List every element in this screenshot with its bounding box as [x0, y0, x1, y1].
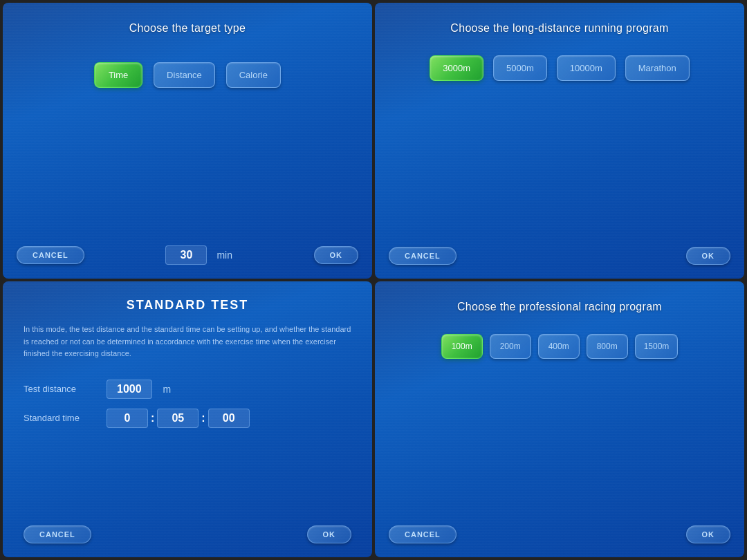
panel3-test-distance-row: Test distance 1000 m — [24, 380, 171, 399]
option-calorie[interactable]: Calorie — [226, 62, 281, 88]
panel2-cancel-button[interactable]: CANCEL — [389, 247, 456, 265]
option-distance[interactable]: Distance — [154, 62, 215, 88]
option-3000m[interactable]: 3000m — [430, 55, 483, 81]
panel4-ok-button[interactable]: OK — [686, 525, 731, 543]
panel3-ok-button[interactable]: OK — [307, 525, 352, 543]
panel4-options: 100m 200m 400m 800m 1500m — [441, 334, 679, 359]
panel1-controls: CANCEL 30 min OK — [17, 232, 358, 265]
panel3-standard-time-row: Standard time 0 : 05 : 00 — [24, 409, 250, 428]
panel3-description: In this mode, the test distance and the … — [24, 324, 351, 360]
panel2-ok-button[interactable]: OK — [686, 247, 731, 265]
panel3-standard-time-label: Standard time — [24, 413, 100, 423]
option-200m[interactable]: 200m — [490, 334, 531, 359]
panel3-time-sep1: : — [151, 412, 154, 424]
panel-standard-test: STANDARD TEST In this mode, the test dis… — [3, 281, 372, 557]
panel2-controls: CANCEL OK — [389, 233, 730, 265]
option-800m[interactable]: 800m — [587, 334, 628, 359]
panel3-time-seconds[interactable]: 00 — [208, 409, 250, 428]
panel3-time-minutes[interactable]: 05 — [157, 409, 199, 428]
panel3-test-distance-label: Test distance — [24, 384, 100, 394]
panel4-cancel-button[interactable]: CANCEL — [389, 525, 456, 543]
panel1-cancel-button[interactable]: CANCEL — [17, 246, 84, 264]
panel3-title: STANDARD TEST — [24, 298, 351, 312]
panel1-value[interactable]: 30 — [165, 245, 207, 265]
panel3-cancel-button[interactable]: CANCEL — [24, 525, 91, 543]
option-400m[interactable]: 400m — [538, 334, 580, 359]
option-5000m[interactable]: 5000m — [493, 55, 547, 81]
option-time[interactable]: Time — [94, 62, 142, 88]
option-1500m[interactable]: 1500m — [635, 334, 679, 359]
panel3-controls: CANCEL OK — [24, 512, 351, 543]
option-marathon[interactable]: Marathon — [625, 55, 690, 81]
panel1-unit: min — [216, 250, 232, 261]
panel1-ok-button[interactable]: OK — [314, 246, 359, 264]
panel3-test-distance-input[interactable]: 1000 — [107, 380, 152, 399]
panel4-controls: CANCEL OK — [389, 512, 730, 543]
panel3-time-inputs: 0 : 05 : 00 — [107, 409, 250, 428]
panel-long-distance: Choose the long-distance running program… — [375, 3, 744, 279]
panel1-title: Choose the target type — [129, 22, 246, 35]
panel3-time-hours[interactable]: 0 — [107, 409, 148, 428]
panel2-title: Choose the long-distance running program — [450, 22, 668, 35]
option-100m[interactable]: 100m — [441, 334, 483, 359]
panel2-options: 3000m 5000m 10000m Marathon — [430, 55, 689, 81]
panel1-options: Time Distance Calorie — [94, 62, 281, 88]
panel3-distance-unit: m — [163, 384, 172, 395]
option-10000m[interactable]: 10000m — [557, 55, 616, 81]
panel-professional-racing: Choose the professional racing program 1… — [375, 281, 744, 557]
panel3-time-sep2: : — [201, 412, 205, 424]
panel-target-type: Choose the target type Time Distance Cal… — [3, 3, 372, 279]
panel4-title: Choose the professional racing program — [457, 301, 662, 313]
